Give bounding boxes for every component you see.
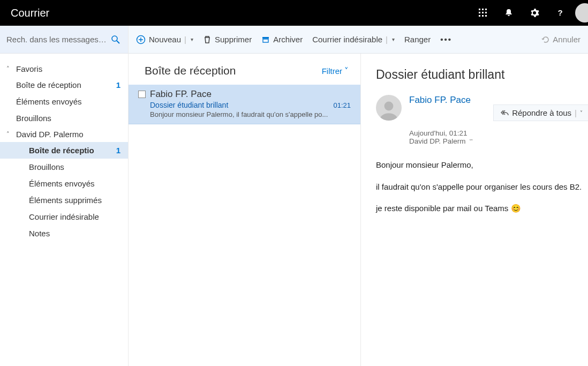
folder-drafts-fav[interactable]: Brouillons [0, 110, 128, 126]
message-list: Boîte de réception Filtrer ˅ Fabio FP. P… [129, 54, 361, 366]
svg-rect-6 [479, 15, 480, 17]
folder-drafts[interactable]: Brouillons [0, 159, 128, 175]
svg-point-17 [385, 102, 394, 111]
search-icon[interactable] [111, 35, 120, 44]
svg-rect-4 [482, 12, 484, 13]
reading-subject: Dossier étudiant brillant [376, 68, 588, 82]
account-header[interactable]: ˄ David DP. Palermo [0, 126, 128, 142]
search-box[interactable]: Rech. dans les messages e... [0, 26, 128, 54]
reading-body: Bonjour monsieur Palermo, il faudrait qu… [376, 159, 588, 215]
app-title: Courrier [11, 7, 49, 19]
svg-rect-16 [263, 39, 268, 42]
message-from: Fabio FP. Pace [150, 89, 212, 100]
list-title: Boîte de réception [145, 64, 236, 77]
folder-notes[interactable]: Notes [0, 225, 128, 242]
folder-sent[interactable]: Éléments envoyés [0, 175, 128, 192]
message-checkbox[interactable] [138, 91, 146, 98]
folder-deleted[interactable]: Éléments supprimés [0, 192, 128, 208]
svg-line-11 [117, 41, 119, 43]
svg-rect-3 [479, 12, 480, 13]
chevron-down-icon: ˅ [580, 110, 583, 116]
svg-rect-7 [482, 15, 484, 17]
header-actions: ? [470, 0, 588, 26]
svg-text:?: ? [557, 8, 562, 17]
search-placeholder: Rech. dans les messages e... [6, 35, 107, 44]
svg-rect-15 [262, 37, 269, 39]
message-time: 01:21 [333, 101, 351, 109]
folder-inbox[interactable]: Boîte de réceptio 1 [0, 142, 128, 159]
chevron-down-icon: ▾ [392, 36, 395, 42]
user-avatar[interactable] [575, 3, 588, 23]
message-preview: Bonjour monsieur Palermo, il faudrait qu… [138, 110, 351, 118]
folder-sent-fav[interactable]: Éléments envoyés [0, 93, 128, 110]
reply-all-button[interactable]: Répondre à tous | ˅ [493, 104, 588, 121]
svg-rect-2 [485, 9, 487, 10]
folder-inbox-fav[interactable]: Boîte de réception 1 [0, 77, 128, 93]
chevron-down-icon: ˅ [344, 66, 349, 76]
help-icon[interactable]: ? [547, 0, 573, 26]
reading-from[interactable]: Fabio FP. Pace [409, 95, 471, 106]
svg-point-10 [112, 36, 117, 41]
svg-rect-1 [482, 9, 484, 10]
favorites-header[interactable]: ˄ Favoris [0, 61, 128, 77]
chevron-up-icon: ˄ [6, 131, 13, 138]
delete-button[interactable]: Supprimer [203, 35, 252, 44]
undo-button[interactable]: Annuler [541, 35, 581, 44]
reading-to[interactable]: David DP. Palerm ˅˅ [409, 137, 588, 145]
notifications-icon[interactable] [496, 0, 522, 26]
junk-button[interactable]: Courrier indésirable |▾ [312, 35, 395, 44]
more-button[interactable]: ••• [440, 35, 452, 44]
svg-rect-0 [479, 9, 480, 10]
action-toolbar: Nouveau |▾ Supprimer Archiver Courrier i… [129, 26, 588, 54]
app-launcher-icon[interactable] [470, 0, 496, 26]
move-button[interactable]: Ranger [404, 35, 431, 44]
svg-rect-8 [485, 15, 487, 17]
reading-timestamp: Aujourd'hui, 01:21 [409, 129, 588, 137]
chevron-down-icon: ▾ [191, 36, 193, 42]
message-subject: Dossier étudiant brillant [150, 101, 228, 109]
new-button[interactable]: Nouveau |▾ [136, 35, 193, 44]
message-row[interactable]: Fabio FP. Pace Dossier étudiant brillant… [129, 85, 360, 124]
settings-icon[interactable] [522, 0, 547, 26]
sidebar: Rech. dans les messages e... ˄ Favoris B… [0, 26, 129, 366]
svg-rect-5 [485, 12, 487, 13]
archive-button[interactable]: Archiver [261, 35, 303, 44]
filter-button[interactable]: Filtrer ˅ [322, 66, 349, 76]
app-header: Courrier ? [0, 0, 588, 26]
reading-pane: Dossier étudiant brillant Fabio FP. Pace… [361, 54, 588, 366]
folder-junk[interactable]: Courrier indésirable [0, 208, 128, 225]
expand-recipients-icon[interactable]: ˅˅ [469, 139, 472, 144]
sender-avatar[interactable] [376, 95, 402, 121]
chevron-up-icon: ˄ [6, 65, 13, 72]
